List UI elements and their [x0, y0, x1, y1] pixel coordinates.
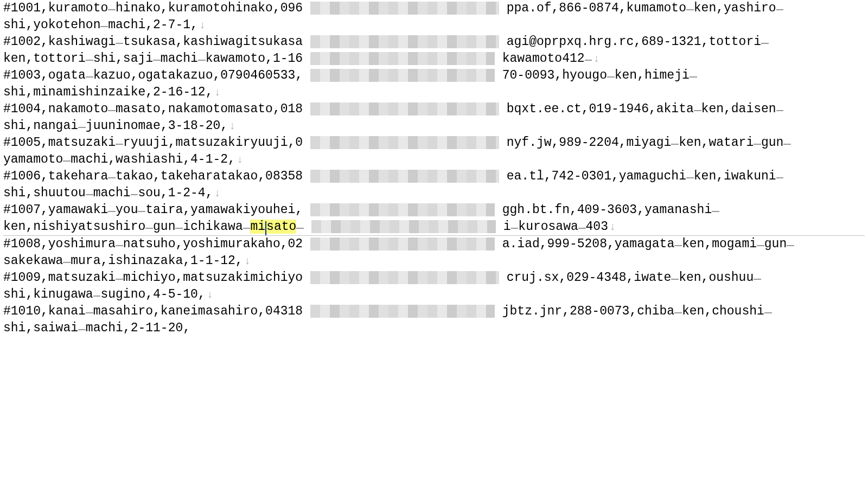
editor-line[interactable]: #1002,kashiwagitsukasa,kashiwagitsukasa …	[3, 34, 865, 50]
text-cursor	[265, 221, 266, 235]
redacted-block	[310, 2, 499, 15]
text-span: ppa.of,866-0874,kumamoto	[507, 1, 686, 15]
underscore-glyph	[776, 9, 784, 10]
text-span: ken,mogami	[682, 237, 757, 251]
text-editor[interactable]: #1001,kuramotohinako,kuramotohinako,096 …	[0, 0, 868, 337]
text-span: i	[503, 220, 511, 234]
text-span: ken,oushuu	[679, 271, 754, 285]
text-span: machi,2-7-1,	[108, 18, 198, 32]
editor-line[interactable]: #1007,yamawakiyoutaira,yamawakiyouhei, g…	[3, 202, 865, 219]
editor-line[interactable]: shi,nangaijuuninomae,3-18-20,↓	[3, 118, 865, 134]
text-span	[303, 68, 310, 82]
underscore-glyph	[86, 60, 93, 61]
text-span	[495, 68, 502, 82]
editor-line[interactable]: #1006,takeharatakao,takeharatakao,08358 …	[3, 168, 865, 185]
editor-line[interactable]: shi,shuutoumachisou,1-2-4,↓	[3, 185, 865, 202]
redacted-block	[310, 69, 495, 82]
underscore-glyph	[63, 262, 71, 263]
underscore-glyph	[86, 76, 93, 78]
text-span: ggh.bt.fn,409-3603,yamanashi	[502, 203, 712, 217]
underscore-glyph	[578, 228, 586, 229]
text-span: ea.tl,742-0301,yamaguchi	[507, 169, 686, 183]
text-span	[303, 304, 310, 318]
text-span: michiyo,matsuzakimichiyo	[123, 271, 303, 285]
underscore-glyph	[712, 211, 719, 212]
underscore-glyph	[108, 177, 116, 178]
underscore-glyph	[776, 177, 784, 178]
text-span: sakekawa	[3, 254, 63, 268]
text-span: gun	[761, 136, 783, 150]
editor-line[interactable]: shi,yokotehonmachi,2-7-1,↓	[3, 17, 865, 34]
return-arrow-icon: ↓	[199, 19, 206, 31]
editor-line[interactable]: sakekawamura,ishinazaka,1-1-12,↓	[3, 253, 865, 269]
editor-line[interactable]: #1008,yoshimuranatsuho,yoshimurakaho,02 …	[3, 236, 865, 253]
text-span: #1010,kanai	[3, 304, 86, 318]
editor-line[interactable]: shi,minamishinzaike,2-16-12,↓	[3, 84, 865, 101]
text-span: cruj.sx,029-4348,iwate	[507, 271, 672, 285]
text-span: #1007,yamawaki	[3, 203, 108, 217]
text-span: ken,daisen	[701, 102, 776, 116]
text-span: kazuo,ogatakazuo,0790460533,	[93, 68, 303, 82]
editor-line[interactable]: #1009,matsuzakimichiyo,matsuzakimichiyo …	[3, 269, 865, 286]
underscore-glyph	[764, 312, 772, 313]
underscore-glyph	[175, 228, 183, 229]
text-span: #1001,kuramoto	[3, 1, 108, 15]
text-span: sugino,4-5-10,	[100, 287, 205, 301]
underscore-glyph	[671, 144, 679, 145]
redacted-block	[310, 237, 495, 251]
underscore-glyph	[585, 60, 592, 61]
text-span	[499, 271, 507, 285]
underscore-glyph	[100, 26, 108, 27]
text-span	[495, 237, 502, 251]
underscore-glyph	[63, 160, 71, 162]
text-span: tsukasa,kashiwagitsukasa	[123, 35, 303, 49]
return-arrow-icon: ↓	[207, 288, 213, 301]
text-span: 403	[586, 220, 608, 234]
editor-line[interactable]: #1003,ogatakazuo,ogatakazuo,0790460533, …	[3, 67, 865, 84]
text-span: ken,tottori	[3, 52, 86, 66]
redacted-block	[310, 305, 495, 318]
redacted-block	[310, 271, 499, 284]
text-span: #1003,ogata	[3, 68, 86, 82]
underscore-glyph	[138, 211, 145, 212]
text-span	[499, 102, 507, 116]
underscore-glyph	[511, 228, 519, 229]
underscore-glyph	[145, 228, 153, 229]
text-span: 70-0093,hyougo	[502, 68, 607, 82]
text-span: #1009,matsuzaki	[3, 271, 116, 285]
editor-line[interactable]: #1005,matsuzakiryuuji,matsuzakiryuuji,0 …	[3, 134, 865, 151]
text-span	[303, 203, 310, 217]
editor-line[interactable]: #1010,kanaimasahiro,kaneimasahiro,04318 …	[3, 303, 865, 320]
text-span: ken,himeji	[615, 68, 690, 82]
redacted-block	[310, 52, 495, 65]
text-span: natsuho,yoshimurakaho,02	[123, 237, 303, 251]
underscore-glyph	[754, 144, 761, 145]
editor-line[interactable]: yamamotomachi,washiashi,4-1-2,↓	[3, 151, 865, 168]
text-span	[303, 102, 310, 116]
editor-line[interactable]: #1004,nakamotomasato,nakamotomasato,018 …	[3, 101, 865, 118]
text-span: ken,iwakuni	[694, 169, 776, 183]
editor-line[interactable]: shi,saiwaimachi,2-11-20,	[3, 320, 865, 337]
text-span: jbtz.jnr,288-0073,chiba	[502, 304, 674, 318]
return-arrow-icon: ↓	[214, 86, 220, 99]
underscore-glyph	[783, 144, 791, 145]
underscore-glyph	[116, 43, 123, 44]
editor-line[interactable]: ken,tottorishi,sajimachikawamoto,1-16 ka…	[3, 50, 865, 67]
text-span	[303, 271, 310, 285]
text-span	[499, 136, 507, 150]
text-span: ken,choushi	[682, 304, 764, 318]
editor-line[interactable]: ken,nishiyatsushirogunichikawamisato iku…	[3, 219, 865, 235]
text-span: #1005,matsuzaki	[3, 136, 116, 150]
text-span: #1008,yoshimura	[3, 237, 116, 251]
text-span	[304, 220, 311, 234]
editor-line[interactable]: #1001,kuramotohinako,kuramotohinako,096 …	[3, 0, 865, 17]
editor-line[interactable]: shi,kinugawasugino,4-5-10,↓	[3, 286, 865, 303]
return-arrow-icon: ↓	[609, 221, 616, 233]
redacted-block	[310, 136, 499, 149]
return-arrow-icon: ↓	[214, 187, 220, 200]
underscore-glyph	[690, 76, 697, 78]
text-span: machi,washiashi,4-1-2,	[71, 152, 235, 166]
text-span: nyf.jw,989-2204,miyagi	[507, 136, 672, 150]
underscore-glyph	[761, 43, 769, 44]
underscore-glyph	[787, 245, 794, 246]
